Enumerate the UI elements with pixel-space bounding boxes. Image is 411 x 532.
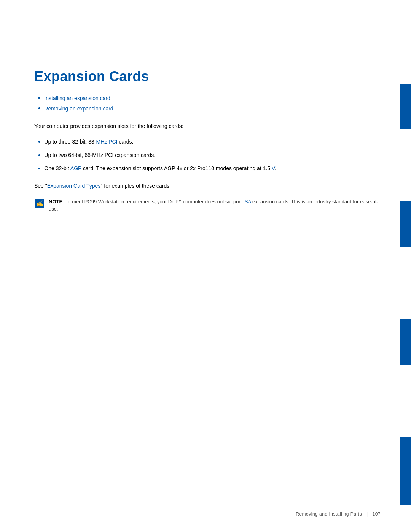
note-box: ✍ NOTE: To meet PC99 Workstation require… (34, 198, 381, 213)
bullet-dot-install: • (38, 94, 40, 102)
bullet-dot-3: • (38, 164, 40, 174)
page-container: Expansion Cards • Installing an expansio… (0, 0, 411, 532)
nav-bars (400, 0, 411, 532)
main-content: Expansion Cards • Installing an expansio… (34, 0, 381, 213)
link-remove[interactable]: Removing an expansion card (44, 105, 113, 112)
feature-item-2: • Up to two 64-bit, 66-MHz PCI expansion… (38, 151, 381, 161)
feature-text-3: One 32-bit AGP card. The expansion slot … (44, 165, 276, 173)
feature-item-1: • Up to three 32-bit, 33-MHz PCI cards. (38, 138, 381, 147)
bullet-link-remove: • Removing an expansion card (38, 105, 381, 113)
note-body: To meet PC99 Workstation requirements, y… (49, 199, 378, 212)
note-icon: ✍ (34, 198, 45, 209)
page-heading: Expansion Cards (34, 69, 381, 85)
bullet-dot-2: • (38, 150, 40, 161)
note-label: NOTE: (49, 199, 64, 204)
isa-link[interactable]: ISA (243, 199, 251, 204)
bullet-dot-remove: • (38, 105, 40, 113)
mhz-pci-link[interactable]: MHz PCI (96, 139, 118, 145)
nav-bar-2[interactable] (400, 201, 411, 247)
footer-page-number: 107 (372, 511, 381, 517)
link-install[interactable]: Installing an expansion card (44, 95, 110, 101)
feature-text-2: Up to two 64-bit, 66-MHz PCI expansion c… (44, 151, 155, 159)
bullet-links-list: • Installing an expansion card • Removin… (38, 95, 381, 113)
bullet-link-install: • Installing an expansion card (38, 95, 381, 102)
feature-item-3: • One 32-bit AGP card. The expansion slo… (38, 165, 381, 174)
nav-bar-1[interactable] (400, 84, 411, 129)
bullet-dot-1: • (38, 137, 40, 147)
expansion-card-types-link[interactable]: Expansion Card Types (47, 183, 101, 189)
feature-list: • Up to three 32-bit, 33-MHz PCI cards. … (38, 138, 381, 174)
page-footer: Removing and Installing Parts | 107 (296, 511, 381, 517)
feature-text-1: Up to three 32-bit, 33-MHz PCI cards. (44, 138, 133, 146)
note-text: NOTE: To meet PC99 Workstation requireme… (49, 198, 381, 213)
agp-link[interactable]: AGP (70, 165, 81, 171)
nav-bar-3[interactable] (400, 319, 411, 365)
footer-text: Removing and Installing Parts (296, 511, 362, 517)
nav-bar-4[interactable] (400, 437, 411, 505)
volt-link[interactable]: V (272, 165, 275, 171)
see-paragraph: See "Expansion Card Types" for examples … (34, 182, 381, 190)
intro-paragraph: Your computer provides expansion slots f… (34, 122, 381, 130)
footer-separator: | (366, 511, 368, 517)
